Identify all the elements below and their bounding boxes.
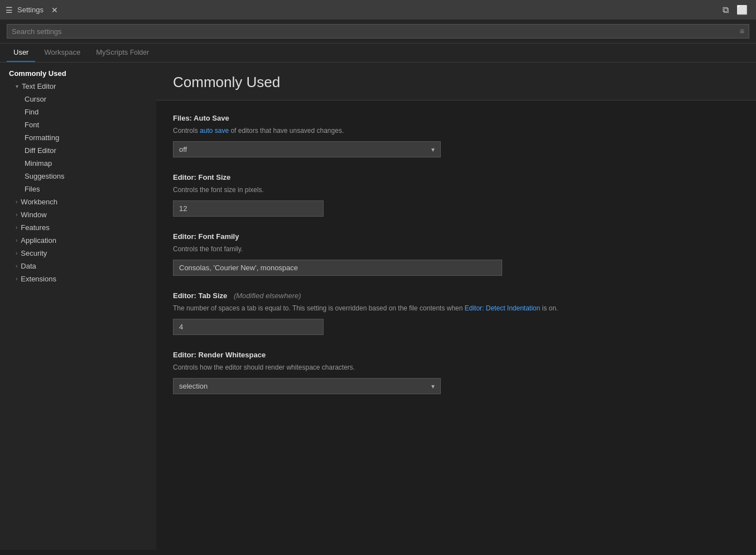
split-editor-button[interactable]: ⬜ [734, 3, 750, 16]
chevron-right-icon: › [16, 250, 17, 256]
setting-desc-font-size: Controls the font size in pixels. [173, 185, 739, 195]
chevron-right-icon: › [16, 276, 17, 282]
sidebar-item-application[interactable]: › Application [0, 234, 156, 247]
sidebar-item-commonly-used[interactable]: Commonly Used [0, 67, 156, 80]
sidebar: Commonly Used ▾ Text Editor Cursor Find … [0, 63, 156, 550]
font-family-input[interactable] [173, 260, 502, 276]
sidebar-item-font[interactable]: Font [0, 118, 156, 131]
tab-myscripts[interactable]: MyScripts Folder [89, 44, 156, 62]
sidebar-item-text-editor[interactable]: ▾ Text Editor [0, 80, 156, 93]
tab-size-input[interactable] [173, 319, 324, 335]
main-layout: Commonly Used ▾ Text Editor Cursor Find … [0, 63, 756, 550]
font-size-input[interactable] [173, 200, 324, 217]
search-input-wrap: ≡ [7, 24, 749, 39]
filter-icon: ≡ [740, 27, 744, 36]
content-body: Files: Auto Save Controls auto save of e… [156, 101, 756, 423]
tabs-bar: User Workspace MyScripts Folder [0, 44, 756, 63]
setting-editor-tab-size: Editor: Tab Size (Modified elsewhere) Th… [173, 291, 739, 335]
sidebar-item-find[interactable]: Find [0, 106, 156, 118]
content-area: Commonly Used Files: Auto Save Controls … [156, 63, 756, 550]
open-editor-button[interactable]: ⧉ [720, 4, 731, 16]
setting-label-render-whitespace: Editor: Render Whitespace [173, 351, 739, 359]
chevron-down-icon: ▾ [431, 146, 435, 154]
title-bar-title: Settings [17, 6, 44, 14]
setting-files-auto-save: Files: Auto Save Controls auto save of e… [173, 114, 739, 157]
search-bar: ≡ [0, 20, 756, 44]
text-editor-label: Text Editor [22, 82, 56, 90]
chevron-right-icon: › [16, 263, 17, 269]
menu-icon: ☰ [6, 6, 13, 15]
chevron-down-icon: ▾ [431, 382, 435, 390]
render-whitespace-dropdown[interactable]: selection ▾ [173, 378, 441, 394]
content-header: Commonly Used [156, 63, 756, 101]
modified-note: (Modified elsewhere) [234, 291, 301, 300]
sidebar-item-workbench[interactable]: › Workbench [0, 195, 156, 208]
sidebar-item-window[interactable]: › Window [0, 208, 156, 221]
tab-workspace[interactable]: Workspace [37, 44, 87, 62]
setting-desc-files-auto-save: Controls auto save of editors that have … [173, 126, 739, 136]
search-input[interactable] [12, 27, 740, 36]
sidebar-item-cursor[interactable]: Cursor [0, 93, 156, 106]
sidebar-item-suggestions[interactable]: Suggestions [0, 170, 156, 183]
setting-label-tab-size: Editor: Tab Size (Modified elsewhere) [173, 291, 739, 300]
dropdown-value: off [179, 145, 187, 154]
close-tab-button[interactable]: ✕ [48, 4, 61, 16]
setting-label-font-family: Editor: Font Family [173, 232, 739, 241]
chevron-right-icon: › [16, 212, 17, 218]
page-title: Commonly Used [173, 74, 739, 91]
title-bar: ☰ Settings ✕ ⧉ ⬜ [0, 0, 756, 20]
setting-desc-font-family: Controls the font family. [173, 244, 739, 254]
setting-editor-font-family: Editor: Font Family Controls the font fa… [173, 232, 739, 276]
sidebar-item-features[interactable]: › Features [0, 221, 156, 234]
title-bar-actions: ⧉ ⬜ [720, 3, 750, 16]
tab-folder-label: Folder [130, 49, 149, 56]
setting-editor-render-whitespace: Editor: Render Whitespace Controls how t… [173, 351, 739, 394]
sidebar-item-formatting[interactable]: Formatting [0, 131, 156, 144]
setting-desc-tab-size: The number of spaces a tab is equal to. … [173, 303, 739, 313]
commonly-used-label: Commonly Used [9, 69, 66, 78]
auto-save-link[interactable]: auto save [200, 127, 229, 135]
sidebar-item-diff-editor[interactable]: Diff Editor [0, 144, 156, 157]
chevron-right-icon: › [16, 237, 17, 243]
sidebar-item-files[interactable]: Files [0, 183, 156, 195]
setting-desc-render-whitespace: Controls how the editor should render wh… [173, 362, 739, 372]
setting-label-font-size: Editor: Font Size [173, 173, 739, 181]
setting-editor-font-size: Editor: Font Size Controls the font size… [173, 173, 739, 217]
tab-user[interactable]: User [7, 44, 35, 62]
sidebar-item-data[interactable]: › Data [0, 260, 156, 272]
chevron-right-icon: › [16, 224, 17, 231]
detect-indentation-link[interactable]: Editor: Detect Indentation [465, 304, 540, 312]
chevron-down-icon: ▾ [16, 83, 18, 89]
files-auto-save-dropdown[interactable]: off ▾ [173, 141, 441, 157]
sidebar-item-minimap[interactable]: Minimap [0, 157, 156, 170]
chevron-right-icon: › [16, 199, 17, 205]
setting-label-files-auto-save: Files: Auto Save [173, 114, 739, 122]
sidebar-item-security[interactable]: › Security [0, 247, 156, 260]
sidebar-item-extensions[interactable]: › Extensions [0, 272, 156, 285]
dropdown-value: selection [179, 382, 208, 390]
